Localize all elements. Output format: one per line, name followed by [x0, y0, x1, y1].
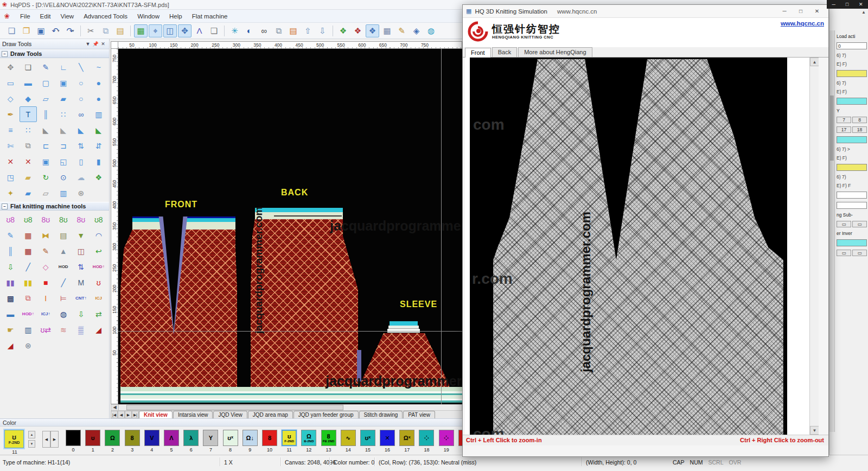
- color-swatch-9[interactable]: Ω↓: [242, 430, 258, 446]
- transfer-left-tool-icon[interactable]: 8ʊ: [55, 212, 73, 227]
- color-swatch-3[interactable]: 8: [125, 430, 140, 446]
- marquee-select-tool-icon[interactable]: ❏: [20, 59, 37, 75]
- fill-bucket-tool-icon[interactable]: ◣: [37, 122, 55, 138]
- ellipse-tool-icon[interactable]: ○: [72, 75, 90, 91]
- line-tool-icon[interactable]: ╲: [72, 59, 90, 75]
- polygon-filled-tool-icon[interactable]: ▰: [55, 91, 73, 106]
- rp-button[interactable]: ▭: [852, 221, 867, 227]
- palette-prev-button[interactable]: ◀: [42, 431, 50, 448]
- rp-radio-group[interactable]: 6) 7): [837, 80, 867, 86]
- color-swatch-8[interactable]: ʊˣ: [223, 430, 238, 446]
- sim-maximize-icon[interactable]: □: [793, 8, 809, 14]
- rect-tool-icon[interactable]: ▭: [2, 75, 20, 91]
- undo-icon[interactable]: ↶▾: [49, 24, 62, 37]
- rp-button[interactable]: ▭: [852, 250, 867, 256]
- tab-knit-view[interactable]: Knit view: [139, 411, 173, 418]
- diamond-pink-tool-icon[interactable]: ◇: [37, 259, 55, 275]
- wedge-red2-tool-icon[interactable]: ◢: [2, 338, 20, 353]
- film-frames-tool-icon[interactable]: ▥: [20, 322, 37, 338]
- color-swatch-13[interactable]: 8FB 2ND: [321, 430, 336, 446]
- sim-tab-back[interactable]: Back: [492, 47, 517, 57]
- two-squares-tool-icon[interactable]: ⧉: [20, 290, 37, 306]
- up-down-tool-icon[interactable]: ⇅: [72, 259, 90, 275]
- collapse-up-icon[interactable]: ▲: [861, 10, 866, 15]
- pattern-flower-icon[interactable]: ✳: [228, 24, 241, 37]
- gear-tool-tool-icon[interactable]: ⊛: [20, 338, 37, 353]
- cnt-up-tool-icon[interactable]: CNT↑: [72, 290, 90, 306]
- diamond-tool-icon[interactable]: ◇: [2, 91, 20, 106]
- rp-radio-group[interactable]: E) F): [837, 155, 867, 161]
- spin-up-icon[interactable]: ▲: [28, 431, 35, 438]
- circle-tool-icon[interactable]: ○: [72, 91, 90, 106]
- collapse-icon[interactable]: −: [2, 51, 8, 57]
- icj-up-tool-icon[interactable]: ICJ↑: [37, 306, 55, 322]
- export-box-icon[interactable]: ⇩: [316, 24, 329, 37]
- sim-minimize-icon[interactable]: ─: [776, 8, 793, 14]
- text-tool-icon[interactable]: T: [20, 106, 37, 122]
- pen-set-icon[interactable]: ✎: [395, 24, 409, 37]
- polyline-tool-icon[interactable]: ∟: [55, 59, 73, 75]
- rp-radio-group[interactable]: E) F) F: [837, 183, 867, 188]
- pencil-tool-icon[interactable]: ✎: [37, 59, 55, 75]
- polygon-tool-icon[interactable]: ▱: [37, 91, 55, 106]
- dashes-pink-tool-icon[interactable]: ≋: [55, 322, 73, 338]
- bars-red-tool-icon[interactable]: ⊨: [55, 290, 73, 306]
- menu-flat-machine[interactable]: Flat machine: [187, 11, 233, 22]
- shirt-panel-tool-icon[interactable]: ▼: [72, 227, 90, 243]
- rounded-rect-filled-tool-icon[interactable]: ▣: [55, 75, 73, 91]
- h-bars-tool-icon[interactable]: ≡: [2, 122, 20, 138]
- calculator-icon[interactable]: ▦: [380, 24, 394, 37]
- parallelogram-tool-icon[interactable]: ▱: [37, 185, 55, 201]
- rp-color-box[interactable]: [837, 202, 867, 209]
- tab-nav-icon[interactable]: ▶|: [132, 411, 139, 418]
- merge-green-icon[interactable]: ❖: [336, 24, 350, 37]
- brush-blue-tool-icon[interactable]: ╱: [20, 259, 37, 275]
- scroll-thumb[interactable]: [126, 405, 343, 410]
- hod-up2-tool-icon[interactable]: HOD↑: [20, 306, 37, 322]
- sim-close-icon[interactable]: ✕: [809, 8, 825, 14]
- rp-color-box[interactable]: [837, 239, 867, 246]
- note-edit-tool-icon[interactable]: ✎: [37, 243, 55, 259]
- circle-filled-tool-icon[interactable]: ●: [90, 91, 108, 106]
- carriage-view-icon[interactable]: ◫: [163, 24, 177, 37]
- settings-gear-tool-icon[interactable]: ⊛: [72, 185, 90, 201]
- sim-tab-front[interactable]: Front: [465, 48, 491, 58]
- menu-help[interactable]: Help: [164, 11, 187, 22]
- loop-red-tool-icon[interactable]: ʊ: [90, 275, 108, 290]
- eraser-yellow-tool-icon[interactable]: ▰: [20, 169, 37, 185]
- distribute-v-tool-icon[interactable]: ⇅: [72, 138, 90, 154]
- group-header-flat-knitting-machine-tools[interactable]: −Flat knitting machine tools: [0, 202, 109, 211]
- tab-nav-icon[interactable]: ▶: [125, 411, 132, 418]
- rect-filled-tool-icon[interactable]: ▬: [20, 75, 37, 91]
- pattern-canvas[interactable]: FRONT BACK SLEEVE jacquardprogramme: [118, 49, 462, 404]
- import-box-icon[interactable]: ⇧: [301, 24, 315, 37]
- tab-nav-icon[interactable]: |◀: [111, 411, 118, 418]
- marquee-icon[interactable]: ❏: [207, 24, 221, 37]
- cells-small-tool-icon[interactable]: ∷: [20, 122, 37, 138]
- tab-jqd-view[interactable]: JQD View: [213, 411, 247, 418]
- merge-red-icon[interactable]: ❖: [351, 24, 365, 37]
- needle-pointer-icon[interactable]: ⌖: [149, 24, 162, 37]
- pyramid-tool-icon[interactable]: ▲: [55, 243, 73, 259]
- rp-radio-group[interactable]: 6) 7) >: [837, 147, 867, 152]
- color-swatch-18[interactable]: ⁘: [419, 430, 434, 446]
- maximize-icon[interactable]: □: [846, 2, 848, 7]
- close-icon[interactable]: ✕: [859, 2, 863, 7]
- canvas-hscrollbar[interactable]: ◀: [111, 404, 462, 411]
- zoom-tool-icon[interactable]: ⊙: [55, 169, 73, 185]
- chain-brush-tool-icon[interactable]: ∞: [72, 106, 90, 122]
- current-color-swatch[interactable]: ʊ F-2ND: [4, 430, 24, 448]
- back-pattern-piece[interactable]: [251, 208, 358, 387]
- tab-stitch-drawing[interactable]: Stitch drawing: [359, 411, 403, 418]
- rp-radio-group[interactable]: 6) 7): [837, 53, 867, 58]
- swap-squares-tool-icon[interactable]: ⇄: [90, 306, 108, 322]
- rp-color-box[interactable]: [837, 164, 867, 171]
- grid-toggle-icon[interactable]: ▦: [134, 24, 148, 37]
- ibeam-tool-icon[interactable]: I: [37, 290, 55, 306]
- rounded-rect-tool-icon[interactable]: ▢: [37, 75, 55, 91]
- right-panel-scrollbar[interactable]: [829, 30, 835, 432]
- color-swatch-6[interactable]: λ: [183, 430, 199, 446]
- eraser-tool-icon[interactable]: ▰: [20, 185, 37, 201]
- sim-scrollbar[interactable]: ▲ ▼: [809, 58, 819, 435]
- layer-stack-tool-icon[interactable]: ▤: [55, 227, 73, 243]
